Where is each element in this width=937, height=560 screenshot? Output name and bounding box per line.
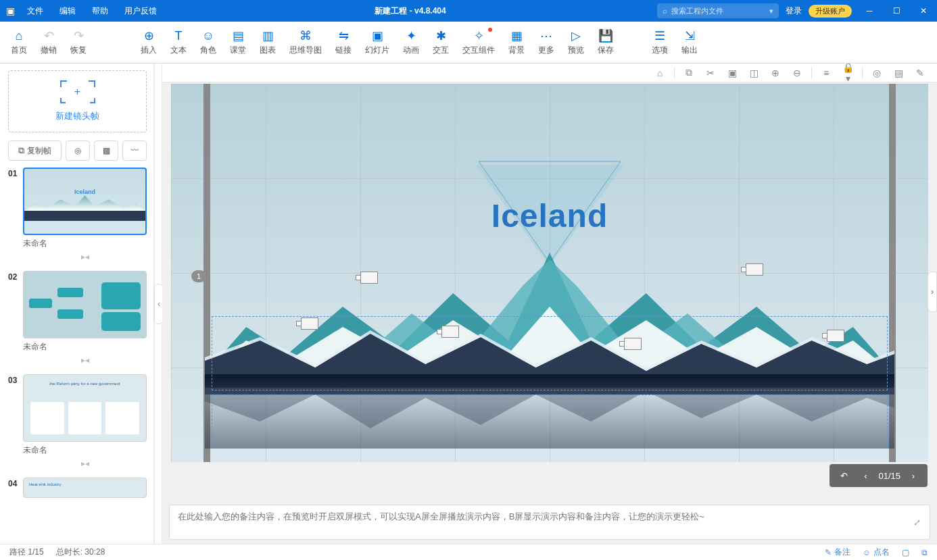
slide-item-3[interactable]: 03 the Reform party for a new government…	[8, 374, 147, 474]
canvas-nav: ↶ ‹ 01/15 ›	[830, 464, 928, 487]
canvas[interactable]: 1 Iceland	[171, 84, 928, 462]
slide-item-2[interactable]: 02 未命名 ▸◂	[8, 271, 147, 370]
tb-interact-comp[interactable]: ✧交互组件	[456, 24, 502, 61]
workarea: + 新建镜头帧 ⧉复制帧 ◎ ▩ 〰 01 Iceland 未命名 ▸◂ 02	[0, 63, 937, 544]
tb-mindmap[interactable]: ⌘思维导图	[283, 24, 329, 61]
tb-options[interactable]: ☰选项	[645, 24, 675, 61]
status-roll-button[interactable]: ☺点名	[863, 546, 890, 558]
tb-home[interactable]: ⌂首页	[4, 24, 34, 61]
snapshot-icon[interactable]: ◎	[869, 68, 884, 78]
status-notes-button[interactable]: ✎备注	[825, 546, 850, 558]
canvas-title[interactable]: Iceland	[171, 197, 928, 234]
menu-edit[interactable]: 编辑	[53, 5, 82, 17]
qr-button[interactable]: ▩	[94, 141, 118, 161]
slide-item-1[interactable]: 01 Iceland 未命名 ▸◂	[8, 168, 147, 267]
canvas-toolbar: ⌂ ⧉ ✂ ▣ ◫ ⊕ ⊖ ≡ 🔒▾ ◎ ▤ ✎	[162, 63, 937, 82]
main-toolbar: ⌂首页 ↶撤销 ↷恢复 ⊕插入 T文本 ☺角色 ▤课堂 ▥图表 ⌘思维导图 ⇋链…	[0, 22, 937, 63]
upgrade-button[interactable]: 升级账户	[809, 5, 852, 18]
search-input[interactable]: ⌕ 搜索工程内文件 ▾	[657, 3, 779, 18]
redo-icon: ↷	[74, 28, 84, 43]
menu-help[interactable]: 帮助	[85, 5, 115, 17]
menu-feedback[interactable]: 用户反馈	[118, 5, 164, 17]
cut-icon[interactable]: ✂	[703, 68, 718, 78]
zoom-out-icon[interactable]: ⊖	[790, 68, 804, 78]
status-folder-button[interactable]: ⧉	[921, 548, 928, 557]
layers-icon[interactable]: ▤	[891, 68, 906, 78]
notes-input[interactable]	[169, 505, 930, 540]
copy-frame-button[interactable]: ⧉复制帧	[8, 141, 62, 161]
new-frame-button[interactable]: + 新建镜头帧	[8, 70, 147, 132]
paste-icon[interactable]: ▣	[725, 68, 740, 78]
nav-prev-button[interactable]: ‹	[857, 467, 874, 484]
login-button[interactable]: 登录	[786, 5, 802, 17]
slide-marker[interactable]	[360, 272, 378, 284]
close-button[interactable]: ✕	[910, 0, 937, 22]
link-icon: ⇋	[339, 28, 349, 43]
slides-list[interactable]: 01 Iceland 未命名 ▸◂ 02 未命名	[8, 168, 147, 544]
tb-output[interactable]: ⇲输出	[675, 24, 704, 61]
more-icon: ⋯	[540, 28, 552, 43]
animation-icon: ✦	[406, 28, 416, 43]
tb-background[interactable]: ▦背景	[502, 24, 531, 61]
zoom-in-icon[interactable]: ⊕	[768, 68, 783, 78]
search-icon: ⌕	[663, 7, 667, 15]
selection-box[interactable]	[212, 394, 888, 449]
expand-icon[interactable]: ⤢	[913, 517, 921, 528]
sidebar-collapse[interactable]: ‹	[154, 63, 162, 544]
tb-more[interactable]: ⋯更多	[531, 24, 561, 61]
titlebar: ▣ 文件 编辑 帮助 用户反馈 新建工程 - v4.8.404 ⌕ 搜索工程内文…	[0, 0, 937, 22]
transition-icon[interactable]: ▸◂	[23, 459, 147, 468]
slide-icon: ▣	[372, 28, 383, 43]
mindmap-icon: ⌘	[299, 28, 312, 43]
slide-marker[interactable]	[301, 317, 318, 330]
canvas-area: ⌂ ⧉ ✂ ▣ ◫ ⊕ ⊖ ≡ 🔒▾ ◎ ▤ ✎ 1	[162, 63, 937, 544]
home-view-icon[interactable]: ⌂	[652, 68, 667, 78]
align-icon[interactable]: ≡	[819, 68, 834, 78]
tb-role[interactable]: ☺角色	[193, 24, 223, 61]
slide-item-4[interactable]: 04 Heat sink industry	[8, 478, 147, 498]
wave-button[interactable]: 〰	[122, 141, 147, 161]
transition-icon[interactable]: ▸◂	[23, 355, 147, 365]
transition-icon[interactable]: ▸◂	[23, 252, 147, 261]
home-icon: ⌂	[16, 29, 23, 43]
nav-back-button[interactable]: ↶	[835, 467, 852, 484]
status-box-button[interactable]: ▢	[902, 548, 909, 557]
background-icon: ▦	[511, 28, 523, 43]
minimize-button[interactable]: ─	[856, 0, 883, 22]
plus-icon: +	[74, 86, 80, 98]
tb-preview[interactable]: ▷预览	[561, 24, 591, 61]
tb-save[interactable]: 💾保存	[591, 24, 621, 61]
right-panel-collapse[interactable]: ›	[928, 272, 937, 312]
notification-dot	[488, 28, 492, 32]
slide-marker[interactable]	[746, 263, 763, 276]
nav-next-button[interactable]: ›	[905, 467, 922, 484]
canvas-scroll[interactable]: 1 Iceland	[162, 82, 937, 501]
menu-file[interactable]: 文件	[20, 5, 50, 17]
slide-marker[interactable]	[827, 330, 844, 342]
plus-circle-icon: ⊕	[144, 28, 154, 43]
preview-icon: ▷	[571, 28, 581, 43]
tb-animation[interactable]: ✦动画	[396, 24, 426, 61]
copy-icon[interactable]: ⧉	[681, 67, 696, 78]
maximize-button[interactable]: ☐	[883, 0, 910, 22]
app-logo: ▣	[0, 5, 20, 16]
person-icon: ☺	[202, 29, 214, 43]
tb-interact[interactable]: ✱交互	[426, 24, 456, 61]
slide-marker[interactable]	[624, 338, 642, 350]
tb-insert[interactable]: ⊕插入	[134, 24, 164, 61]
clipboard-icon[interactable]: ◫	[746, 68, 761, 78]
camera-button[interactable]: ◎	[66, 141, 90, 161]
tb-chart[interactable]: ▥图表	[253, 24, 283, 61]
edit-icon[interactable]: ✎	[913, 68, 928, 78]
sidebar: + 新建镜头帧 ⧉复制帧 ◎ ▩ 〰 01 Iceland 未命名 ▸◂ 02	[0, 63, 154, 544]
tb-link[interactable]: ⇋链接	[329, 24, 358, 61]
tb-undo[interactable]: ↶撤销	[34, 24, 64, 61]
tb-redo[interactable]: ↷恢复	[64, 24, 93, 61]
options-icon: ☰	[654, 28, 665, 43]
tb-slide[interactable]: ▣幻灯片	[358, 24, 396, 61]
tb-classroom[interactable]: ▤课堂	[223, 24, 253, 61]
sidebar-tools: ⧉复制帧 ◎ ▩ 〰	[8, 141, 147, 161]
tb-text[interactable]: T文本	[164, 24, 193, 61]
slide-marker[interactable]	[441, 326, 459, 338]
lock-icon[interactable]: 🔒▾	[840, 63, 855, 84]
